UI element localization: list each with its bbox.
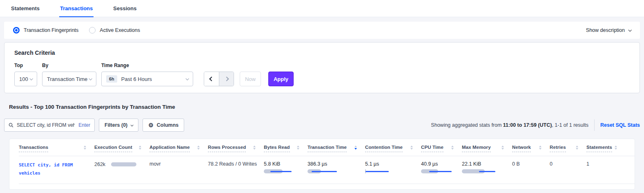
rows-processed-value: 78.2 Reads / 0 Writes bbox=[208, 161, 257, 167]
top-label: Top bbox=[14, 63, 37, 68]
time-nav-group bbox=[204, 72, 234, 86]
cell-max-memory: 22.1 KiB bbox=[462, 161, 512, 177]
results-search-input[interactable] bbox=[17, 122, 75, 128]
cell-contention-time: 5.1 µs bbox=[365, 161, 421, 177]
sort-icon-active-desc[interactable] bbox=[354, 145, 357, 150]
time-range-value: Past 6 Hours bbox=[121, 76, 152, 82]
tab-sessions[interactable]: Sessions bbox=[112, 0, 137, 17]
by-select-value: Transaction Time bbox=[47, 76, 87, 82]
by-label: By bbox=[42, 63, 96, 68]
results-controls-row: Enter Filters (0) ⚙ Columns Showing aggr… bbox=[4, 119, 640, 132]
column-header-retries[interactable]: Retries bbox=[550, 145, 586, 152]
cell-bytes-read: 5.8 KiB bbox=[264, 161, 308, 177]
top-field: Top 100 bbox=[14, 63, 37, 86]
columns-button[interactable]: ⚙ Columns bbox=[143, 119, 184, 132]
cell-execution-count: 262k bbox=[94, 161, 149, 177]
column-header-rows-processed[interactable]: Rows Processed bbox=[208, 145, 264, 152]
by-select[interactable]: Transaction Time bbox=[42, 72, 96, 86]
chevron-down-icon bbox=[628, 28, 631, 31]
chevron-down-icon bbox=[185, 77, 189, 80]
sort-icon[interactable] bbox=[615, 145, 617, 150]
column-header-max-memory[interactable]: Max Memory bbox=[462, 145, 512, 152]
sort-icon[interactable] bbox=[197, 145, 200, 150]
tab-statements[interactable]: Statements bbox=[10, 0, 40, 17]
column-header-network[interactable]: Network bbox=[512, 145, 550, 152]
show-description-toggle[interactable]: Show description bbox=[586, 27, 631, 33]
network-value: 0 B bbox=[512, 161, 520, 167]
results-search-box[interactable]: Enter bbox=[4, 119, 95, 132]
execution-count-bar bbox=[111, 162, 136, 166]
radio-unselected-icon bbox=[89, 27, 96, 34]
time-next-button[interactable] bbox=[219, 72, 234, 86]
column-header-statements[interactable]: Statements bbox=[586, 145, 625, 152]
cpu-time-value: 40.9 µs bbox=[421, 161, 462, 167]
cell-rows-processed: 78.2 Reads / 0 Writes bbox=[208, 161, 264, 177]
sort-icon[interactable] bbox=[139, 145, 141, 150]
search-criteria-card: Search Criteria Top 100 By Transaction T… bbox=[4, 42, 640, 93]
top-select-value: 100 bbox=[19, 76, 28, 82]
search-criteria-title: Search Criteria bbox=[14, 49, 630, 56]
cell-transactions: SELECT city, id FROM vehicles bbox=[19, 161, 94, 177]
chevron-left-icon bbox=[209, 76, 214, 81]
time-range-badge: 6h bbox=[106, 75, 117, 83]
cell-cpu-time: 40.9 µs bbox=[421, 161, 462, 177]
cell-statements: 1 bbox=[586, 161, 625, 177]
execution-count-value: 262k bbox=[94, 162, 105, 167]
reset-sql-stats-link[interactable]: Reset SQL Stats bbox=[600, 122, 640, 128]
results-table: Transactions Execution Count Application… bbox=[9, 139, 635, 190]
transaction-time-bar bbox=[308, 169, 365, 173]
columns-label: Columns bbox=[157, 122, 178, 128]
stats-zone: Showing aggregated stats from 11:00 to 1… bbox=[431, 119, 640, 131]
bytes-read-value: 5.8 KiB bbox=[264, 161, 308, 167]
chevron-down-icon bbox=[29, 77, 33, 80]
column-header-cpu-time[interactable]: CPU Time bbox=[421, 145, 462, 152]
filters-button[interactable]: Filters (0) bbox=[99, 119, 138, 132]
tab-transactions[interactable]: Transactions bbox=[59, 0, 94, 17]
transaction-fingerprint-link[interactable]: SELECT city, id FROM vehicles bbox=[19, 161, 81, 177]
sort-icon[interactable] bbox=[501, 145, 504, 150]
top-select[interactable]: 100 bbox=[14, 72, 37, 86]
time-prev-button[interactable] bbox=[204, 72, 219, 86]
cell-network: 0 B bbox=[512, 161, 550, 177]
table-row: SELECT city, id FROM vehicles 262k movr … bbox=[19, 156, 635, 184]
time-range-select[interactable]: 6h Past 6 Hours bbox=[101, 72, 193, 86]
now-button[interactable]: Now bbox=[240, 72, 261, 86]
statements-value: 1 bbox=[586, 161, 589, 167]
table-header-row: Transactions Execution Count Application… bbox=[19, 139, 635, 152]
column-header-transaction-time[interactable]: Transaction Time bbox=[308, 145, 365, 152]
radio-transaction-fingerprints[interactable]: Transaction Fingerprints bbox=[13, 27, 78, 34]
column-header-contention-time[interactable]: Contention Time bbox=[365, 145, 421, 152]
contention-time-value: 5.1 µs bbox=[365, 161, 421, 167]
results-heading: Results - Top 100 Transaction Fingerprin… bbox=[9, 104, 644, 110]
sort-icon[interactable] bbox=[576, 145, 578, 150]
sort-icon[interactable] bbox=[539, 145, 541, 150]
search-criteria-controls: Top 100 By Transaction Time Time Range 6… bbox=[14, 63, 630, 86]
chevron-down-icon bbox=[89, 77, 92, 80]
sort-icon[interactable] bbox=[84, 145, 86, 150]
sort-icon[interactable] bbox=[410, 145, 413, 150]
radio-label: Active Executions bbox=[100, 27, 140, 33]
aggregated-stats-text: Showing aggregated stats from 11:00 to 1… bbox=[431, 122, 588, 128]
time-range-label: Time Range bbox=[101, 63, 193, 68]
cell-retries: 0 bbox=[550, 161, 586, 177]
sort-icon[interactable] bbox=[297, 145, 299, 150]
radio-active-executions[interactable]: Active Executions bbox=[89, 27, 140, 34]
gear-icon: ⚙ bbox=[148, 122, 154, 128]
column-header-execution-count[interactable]: Execution Count bbox=[94, 145, 149, 152]
filters-label: Filters (0) bbox=[105, 122, 127, 128]
time-range-field: Time Range 6h Past 6 Hours bbox=[101, 63, 193, 86]
column-header-transactions[interactable]: Transactions bbox=[19, 145, 94, 152]
enter-hint: Enter bbox=[78, 122, 90, 128]
application-name-value: movr bbox=[149, 161, 161, 167]
sort-icon[interactable] bbox=[253, 145, 256, 150]
cpu-time-bar bbox=[421, 169, 462, 173]
column-header-bytes-read[interactable]: Bytes Read bbox=[264, 145, 308, 152]
page-tabs: Statements Transactions Sessions bbox=[0, 0, 644, 17]
contention-time-bar bbox=[365, 169, 421, 173]
sort-icon[interactable] bbox=[451, 145, 454, 150]
by-field: By Transaction Time bbox=[42, 63, 96, 86]
retries-value: 0 bbox=[550, 161, 553, 167]
search-icon bbox=[9, 123, 13, 128]
column-header-application-name[interactable]: Application Name bbox=[149, 145, 208, 152]
apply-button[interactable]: Apply bbox=[268, 72, 294, 86]
